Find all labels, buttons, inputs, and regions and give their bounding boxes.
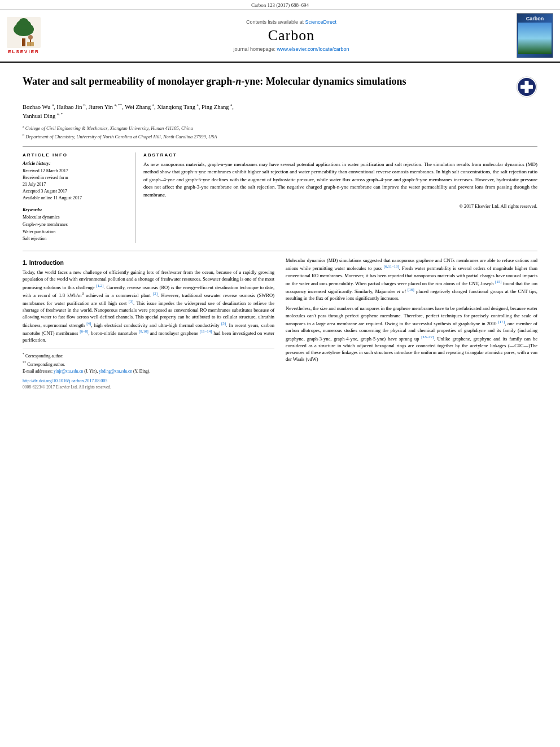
history-revised-date: 21 July 2017 [23,181,127,188]
article-content: Water and salt permeability of monolayer… [0,63,560,396]
sciencedirect-link[interactable]: ScienceDirect [305,19,337,25]
history-revised-label: Received in revised form [23,174,127,181]
ref-5[interactable]: [5] [221,321,226,326]
body-two-col: 1. Introduction Today, the world faces a… [23,257,537,390]
elsevier-logo: ELSEVIER [7,17,41,54]
article-title-text: Water and salt permeability of monolayer… [23,75,509,88]
doi-line: http://dx.doi.org/10.1016/j.carbon.2017.… [23,378,274,383]
sciencedirect-prefix: Contents lists available at [246,19,305,25]
keyword-4: Salt rejection [23,235,127,243]
keywords-heading: Keywords: [23,207,127,212]
ref-16[interactable]: [16] [408,287,414,292]
article-info-column: ARTICLE INFO Article history: Received 1… [23,152,135,243]
ref-9-10[interactable]: [9,10] [139,329,148,334]
history-received: Received 12 March 2017 [23,168,127,174]
ref-11-14[interactable]: [11–14] [200,329,212,334]
ref-6-8[interactable]: [6–8] [80,329,88,334]
keyword-1: Molecular dynamics [23,214,127,221]
affiliations-block: a College of Civil Engineering & Mechani… [23,124,537,141]
keyword-2: Graph-n-yne membranes [23,221,127,229]
svg-rect-1 [22,38,25,46]
email-link-yin[interactable]: yinjr@xtu.edu.cn [54,369,83,374]
intro-paragraph-1: Today, the world faces a new challenge o… [23,269,274,343]
journal-cover-image: Carbon [517,13,553,58]
homepage-link[interactable]: www.elsevier.com/locate/carbon [277,46,349,52]
body-right-col: Molecular dynamics (MD) simulations sugg… [286,257,537,390]
footnote-emails: E-mail addresses: yinjr@xtu.edu.cn (J. Y… [23,369,274,375]
cover-journal-name: Carbon [526,16,544,21]
history-heading: Article history: [23,161,127,166]
citation-bar: Carbon 123 (2017) 688–694 [0,0,560,10]
introduction-heading: 1. Introduction [23,259,274,266]
footnote-star1: * Corresponding author. [23,352,274,359]
doi-link[interactable]: http://dx.doi.org/10.1016/j.carbon.2017.… [23,378,107,383]
copyright-line: © 2017 Elsevier Ltd. All rights reserved… [143,203,537,209]
journal-cover-area: Carbon [508,13,553,58]
ref-18-22[interactable]: [18–22] [421,335,434,339]
body-divider [23,251,537,251]
ref-4[interactable]: [4] [86,321,91,326]
affiliation-b: b Department of Chemistry, University of… [23,133,537,141]
svg-point-4 [19,18,28,25]
footnotes-section: * Corresponding author. ** Corresponding… [23,348,274,390]
elsevier-tree-icon [7,17,41,48]
article-title-block: Water and salt permeability of monolayer… [23,75,537,98]
citation-text: Carbon 123 (2017) 688–694 [251,2,309,8]
keyword-3: Water purification [23,229,127,236]
abstract-column: ABSTRACT As new nanoporous materials, gr… [143,152,537,243]
authors-line: Bozhao Wu a, Haibao Jin b, Jiuren Yin a,… [23,102,537,121]
footnote-star2: ** Corresponding author. [23,360,274,368]
body-left-col: 1. Introduction Today, the world faces a… [23,257,274,390]
ref-2[interactable]: [2] [153,291,158,296]
history-online: Available online 11 August 2017 [23,195,127,202]
abstract-text: As new nanoporous materials, graph-n-yne… [143,161,537,199]
article-history-block: Article history: Received 12 March 2017 … [23,161,127,202]
intro-paragraph-2: Molecular dynamics (MD) simulations sugg… [286,257,537,302]
svg-point-5 [28,35,33,40]
ref-17[interactable]: [17] [498,320,505,324]
svg-rect-12 [525,81,529,93]
info-abstract-section: ARTICLE INFO Article history: Received 1… [23,146,537,243]
crossmark-badge [516,76,537,98]
elsevier-brand-text: ELSEVIER [8,49,40,54]
homepage-line: journal homepage: www.elsevier.com/locat… [233,46,349,52]
journal-header: ELSEVIER Contents lists available at Sci… [0,10,560,63]
article-info-heading: ARTICLE INFO [23,152,127,158]
email-link-ding[interactable]: yhding@xtu.edu.cn [99,369,132,374]
homepage-prefix: journal homepage: [233,46,277,52]
cover-image [518,23,552,54]
sciencedirect-line: Contents lists available at ScienceDirec… [246,19,336,25]
affiliation-a: a College of Civil Engineering & Mechani… [23,124,537,132]
ref-3[interactable]: [3] [129,299,133,304]
keywords-block: Keywords: Molecular dynamics Graph-n-yne… [23,207,127,243]
section-number: 1. [23,259,29,266]
abstract-heading: ABSTRACT [143,152,537,158]
page: Carbon 123 (2017) 688–694 [0,0,560,747]
publisher-logo-area: ELSEVIER [7,13,75,58]
ref-6-11-13[interactable]: [6,11–13] [384,264,399,269]
journal-branding: Contents lists available at ScienceDirec… [79,13,504,58]
ref-1-2[interactable]: [1,2] [96,283,103,288]
intro-paragraph-3: Nevertheless, the size and numbers of na… [286,305,537,362]
journal-name: Carbon [268,27,315,44]
issn-line: 0008-6223/© 2017 Elsevier Ltd. All right… [23,385,274,390]
ref-15[interactable]: [15] [495,279,502,284]
history-accepted: Accepted 3 August 2017 [23,188,127,195]
